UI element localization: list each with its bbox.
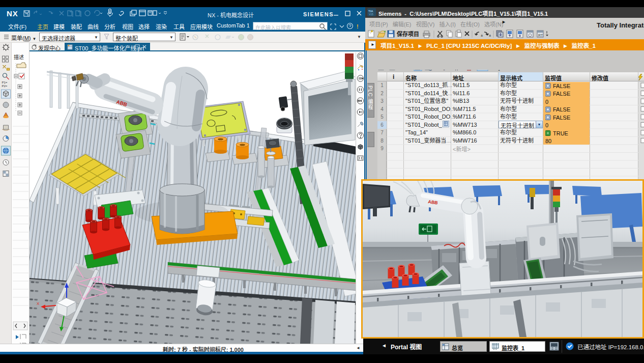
svg-text:!: ! [357,23,359,30]
svg-text:80: 80 [545,138,551,144]
svg-text:±: ± [481,33,483,38]
svg-text:TRUE: TRUE [553,130,568,136]
svg-text:FALSE: FALSE [553,91,570,97]
svg-text:P1=: P1= [2,81,8,84]
svg-text:V15: V15 [369,13,373,16]
svg-text:FALSE: FALSE [553,106,570,113]
svg-text:P2=: P2= [2,85,8,88]
svg-text:±: ± [489,33,491,38]
svg-text:FALSE: FALSE [553,115,570,121]
svg-text:0: 0 [545,99,548,105]
svg-text:FALSE: FALSE [553,83,570,89]
svg-text:RT: RT [538,34,543,37]
svg-text:保存项目: 保存项目 [396,31,419,37]
svg-text:0: 0 [545,122,548,128]
svg-text:X: X [37,301,40,306]
